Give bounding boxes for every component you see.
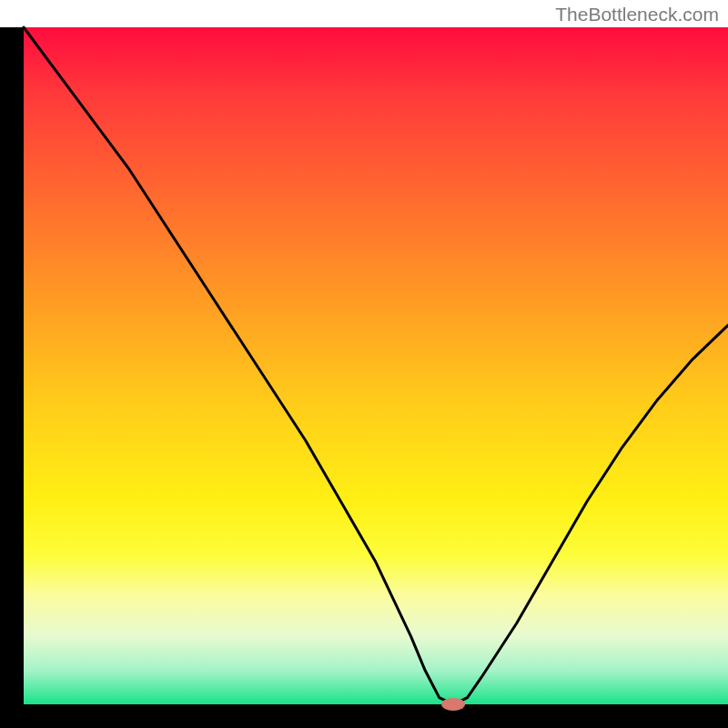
plot-background [24, 27, 728, 704]
watermark-label: TheBottleneck.com [555, 4, 719, 25]
y-axis-band [0, 27, 24, 728]
minimum-marker [441, 698, 465, 711]
chart-container: TheBottleneck.com [0, 0, 728, 728]
chart-svg [0, 0, 728, 728]
x-axis-band [0, 704, 728, 728]
